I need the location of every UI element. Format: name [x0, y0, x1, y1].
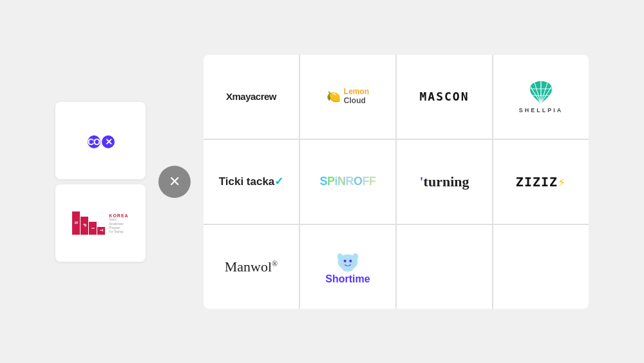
ziziz-logo: ZIZIZ⚡ — [516, 174, 566, 190]
manwol-logo: Manwol® — [225, 259, 278, 275]
svg-point-12 — [341, 262, 345, 264]
main-container: COMPANY✕ S P I T — [43, 42, 601, 322]
svg-point-13 — [351, 262, 354, 264]
xmayacrew-logo: Xmayacrew — [226, 91, 276, 102]
logo-cell-lemoncloud: 🍋 Lemon Cloud — [300, 55, 395, 139]
tickitacka-logo: Ticki tacka✓ — [219, 175, 284, 188]
shortime-logo: Shortime — [325, 249, 370, 285]
logo-cell-empty2 — [493, 225, 589, 309]
connector-symbol: ✕ — [169, 173, 180, 190]
spit-card: S P I T KOREA SeoulAcceleratorProgramFor… — [55, 184, 146, 262]
logo-cell-shellpia: SHELLPIA — [493, 55, 589, 139]
logo-cell-manwol: Manwol® — [204, 225, 299, 309]
shortime-text: Shortime — [325, 273, 370, 285]
logo-cell-shortime: Shortime — [300, 225, 395, 309]
logo-cell-empty1 — [397, 225, 492, 309]
shellpia-text: SHELLPIA — [519, 107, 564, 113]
logo-grid: Xmayacrew 🍋 Lemon Cloud MASCON — [204, 55, 589, 309]
shellpia-logo: SHELLPIA — [519, 80, 564, 113]
spit-logo: S P I T KOREA SeoulAcceleratorProgramFor… — [72, 211, 128, 235]
company-x-text: COMPANY — [88, 135, 100, 148]
svg-point-10 — [344, 259, 346, 262]
left-panel: COMPANY✕ S P I T — [55, 102, 146, 262]
spit-korea: KOREA — [109, 213, 128, 218]
spit-text: KOREA SeoulAcceleratorProgramFor Startup — [109, 213, 128, 234]
company-x-symbol: ✕ — [102, 135, 115, 148]
spit-desc: SeoulAcceleratorProgramFor Startup — [109, 218, 128, 234]
spit-stairs: S P I T — [72, 211, 105, 235]
spinroff-logo: SPiNROFF — [319, 175, 375, 188]
lemon-icon: 🍋 — [327, 90, 341, 104]
logo-cell-mascon: MASCON — [397, 55, 492, 139]
shortime-mascot-icon — [334, 249, 362, 272]
logo-cell-spinroff: SPiNROFF — [300, 140, 395, 224]
lemon-text: Lemon Cloud — [344, 88, 369, 104]
shellpia-shell-icon — [527, 80, 555, 104]
company-x-card: COMPANY✕ — [55, 102, 146, 179]
lemoncloud-logo: 🍋 Lemon Cloud — [327, 88, 369, 104]
company-x-logo: COMPANY✕ — [86, 132, 115, 149]
connector-x: ✕ — [158, 166, 191, 198]
logo-cell-turning: 'turning — [397, 140, 492, 224]
logo-cell-xmayacrew: Xmayacrew — [204, 55, 299, 139]
svg-point-9 — [353, 253, 359, 259]
mascon-logo: MASCON — [419, 90, 469, 103]
svg-point-8 — [337, 253, 343, 259]
turning-logo: 'turning — [419, 173, 469, 190]
logo-cell-ziziz: ZIZIZ⚡ — [493, 140, 589, 224]
svg-point-11 — [349, 259, 352, 262]
logo-cell-tickitacka: Ticki tacka✓ — [204, 140, 299, 224]
svg-point-14 — [342, 266, 353, 271]
